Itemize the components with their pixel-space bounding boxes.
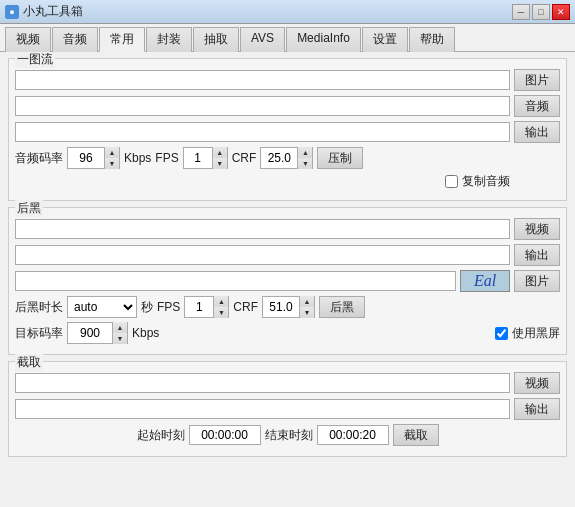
heihou-row3: Eal 图片: [15, 270, 560, 292]
yituliu-image-button[interactable]: 图片: [514, 69, 560, 91]
yituliu-row1: 图片: [15, 69, 560, 91]
tab-avs[interactable]: AVS: [240, 27, 285, 52]
heihou-row2: 输出: [15, 244, 560, 266]
fps-spinner1[interactable]: ▲ ▼: [183, 147, 228, 169]
yituliu-inner: 图片 音频 输出 音频码率 ▲ ▼: [15, 69, 560, 190]
fps-down1[interactable]: ▼: [213, 158, 227, 169]
crf-up2[interactable]: ▲: [300, 296, 314, 307]
fps-input1[interactable]: [184, 151, 212, 165]
heihou-button[interactable]: 后黑: [319, 296, 365, 318]
jiequ-output-button[interactable]: 输出: [514, 398, 560, 420]
yituliu-audio-button[interactable]: 音频: [514, 95, 560, 117]
heihou-image-input[interactable]: [15, 271, 456, 291]
crf-spinner1[interactable]: ▲ ▼: [260, 147, 313, 169]
heihou-duration-unit: 秒: [141, 299, 153, 316]
close-button[interactable]: ✕: [552, 4, 570, 20]
maximize-button[interactable]: □: [532, 4, 550, 20]
copy-audio-checkbox[interactable]: [445, 175, 458, 188]
yituliu-title: 一图流: [15, 52, 55, 68]
fps-up1[interactable]: ▲: [213, 147, 227, 158]
audio-rate-up[interactable]: ▲: [105, 147, 119, 158]
compress-button[interactable]: 压制: [317, 147, 363, 169]
audio-rate-spinner-btns: ▲ ▼: [104, 147, 119, 169]
target-rate-up[interactable]: ▲: [113, 322, 127, 333]
heihou-video-button[interactable]: 视频: [514, 218, 560, 240]
tabs-bar: 视频 音频 常用 封装 抽取 AVS MediaInfo 设置 帮助: [0, 24, 575, 52]
yituliu-output-button[interactable]: 输出: [514, 121, 560, 143]
tab-common[interactable]: 常用: [99, 27, 145, 52]
audio-rate-unit: Kbps: [124, 151, 151, 165]
tab-extract[interactable]: 抽取: [193, 27, 239, 52]
crf-down2[interactable]: ▼: [300, 307, 314, 318]
target-rate-down[interactable]: ▼: [113, 333, 127, 344]
tab-help[interactable]: 帮助: [409, 27, 455, 52]
app-title: 小丸工具箱: [23, 3, 83, 20]
tab-package[interactable]: 封装: [146, 27, 192, 52]
tab-audio[interactable]: 音频: [52, 27, 98, 52]
fps-down2[interactable]: ▼: [214, 307, 228, 318]
jiequ-output-input[interactable]: [15, 399, 510, 419]
jiequ-row1: 视频: [15, 372, 560, 394]
heihou-output-input[interactable]: [15, 245, 510, 265]
crf-down1[interactable]: ▼: [298, 158, 312, 169]
app-icon: ●: [5, 5, 19, 19]
target-rate-input[interactable]: [68, 326, 112, 340]
target-rate-unit: Kbps: [132, 326, 159, 340]
heihou-row1: 视频: [15, 218, 560, 240]
crf-input1[interactable]: [261, 151, 297, 165]
target-rate-spinner[interactable]: ▲ ▼: [67, 322, 128, 344]
heihou-image-button[interactable]: 图片: [514, 270, 560, 292]
jiequ-row3: 起始时刻 结束时刻 截取: [15, 424, 560, 446]
yituliu-image-input[interactable]: [15, 70, 510, 90]
crf-up1[interactable]: ▲: [298, 147, 312, 158]
yituliu-row5: 复制音频: [15, 173, 560, 190]
minimize-button[interactable]: ─: [512, 4, 530, 20]
fps-label2: FPS: [157, 300, 180, 314]
use-black-screen-checkbox[interactable]: [495, 327, 508, 340]
end-time-input[interactable]: [317, 425, 389, 445]
heihou-output-button[interactable]: 输出: [514, 244, 560, 266]
audio-rate-spinner[interactable]: ▲ ▼: [67, 147, 120, 169]
yituliu-row4: 音频码率 ▲ ▼ Kbps FPS ▲ ▼ CRF: [15, 147, 560, 169]
fps-spinner2[interactable]: ▲ ▼: [184, 296, 229, 318]
heihou-title: 后黑: [15, 200, 43, 217]
crf-spinner-btns2: ▲ ▼: [299, 296, 314, 318]
heihou-video-input[interactable]: [15, 219, 510, 239]
copy-audio-row: 复制音频: [445, 173, 510, 190]
fps-label1: FPS: [155, 151, 178, 165]
start-time-input[interactable]: [189, 425, 261, 445]
jiequ-button[interactable]: 截取: [393, 424, 439, 446]
use-black-screen-row: 使用黑屏: [495, 325, 560, 342]
fps-spinner-btns2: ▲ ▼: [213, 296, 228, 318]
tab-video[interactable]: 视频: [5, 27, 51, 52]
end-time-label: 结束时刻: [265, 427, 313, 444]
heihou-inner: 视频 输出 Eal 图片 后黑时长 auto 0.5: [15, 218, 560, 344]
start-time-label: 起始时刻: [137, 427, 185, 444]
fps-up2[interactable]: ▲: [214, 296, 228, 307]
crf-label1: CRF: [232, 151, 257, 165]
heihou-section: 后黑 视频 输出 Eal 图片 后黑: [8, 207, 567, 355]
title-bar-left: ● 小丸工具箱: [5, 3, 83, 20]
audio-rate-input[interactable]: [68, 151, 104, 165]
audio-rate-down[interactable]: ▼: [105, 158, 119, 169]
title-buttons: ─ □ ✕: [512, 4, 570, 20]
audio-rate-label: 音频码率: [15, 150, 63, 167]
crf-label2: CRF: [233, 300, 258, 314]
crf-spinner-btns1: ▲ ▼: [297, 147, 312, 169]
yituliu-output-input[interactable]: [15, 122, 510, 142]
eal-text: Eal: [474, 272, 496, 290]
crf-input2[interactable]: [263, 300, 299, 314]
fps-input2[interactable]: [185, 300, 213, 314]
tab-settings[interactable]: 设置: [362, 27, 408, 52]
yituliu-row3: 输出: [15, 121, 560, 143]
tab-mediainfo[interactable]: MediaInfo: [286, 27, 361, 52]
jiequ-video-input[interactable]: [15, 373, 510, 393]
crf-spinner2[interactable]: ▲ ▼: [262, 296, 315, 318]
jiequ-video-button[interactable]: 视频: [514, 372, 560, 394]
yituliu-section: 一图流 图片 音频 输出 音频码率: [8, 58, 567, 201]
yituliu-audio-input[interactable]: [15, 96, 510, 116]
heihou-duration-select[interactable]: auto 0.5 1 2 3: [67, 296, 137, 318]
heihou-row4: 后黑时长 auto 0.5 1 2 3 秒 FPS ▲ ▼ CRF: [15, 296, 560, 318]
fps-spinner-btns1: ▲ ▼: [212, 147, 227, 169]
heihou-row5: 目标码率 ▲ ▼ Kbps 使用黑屏: [15, 322, 560, 344]
